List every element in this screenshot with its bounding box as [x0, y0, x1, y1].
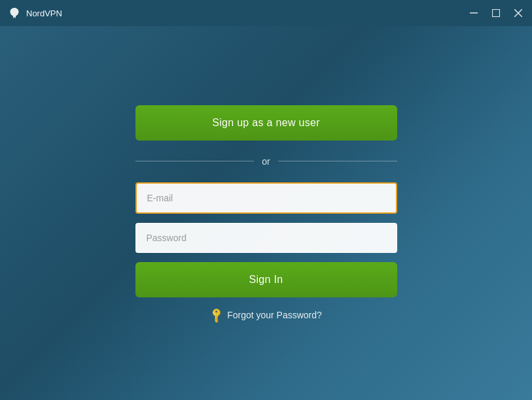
password-input[interactable] [135, 223, 397, 253]
close-button[interactable] [512, 7, 524, 19]
divider-line-right [278, 161, 397, 161]
signin-button[interactable]: Sign In [135, 262, 397, 297]
forgot-password-label: Forgot your Password? [227, 310, 322, 320]
forgot-password-button[interactable]: 🔑 Forgot your Password? [210, 309, 322, 322]
signup-button[interactable]: Sign up as a new user [135, 105, 397, 141]
title-bar: NordVPN [0, 0, 532, 26]
app-logo-icon [8, 7, 21, 20]
divider-text: or [262, 156, 270, 167]
divider-line-left [135, 161, 255, 161]
svg-rect-1 [493, 10, 500, 17]
minimize-button[interactable] [468, 7, 480, 19]
title-bar-left: NordVPN [8, 7, 62, 20]
login-container: Sign up as a new user or Sign In 🔑 Forgo… [135, 105, 397, 322]
key-icon: 🔑 [207, 306, 226, 324]
email-input[interactable] [135, 182, 397, 214]
divider: or [135, 156, 397, 167]
svg-rect-0 [470, 12, 478, 14]
window-controls [468, 7, 524, 19]
app-title: NordVPN [26, 8, 62, 18]
main-content: Sign up as a new user or Sign In 🔑 Forgo… [0, 26, 532, 400]
maximize-button[interactable] [490, 7, 502, 19]
